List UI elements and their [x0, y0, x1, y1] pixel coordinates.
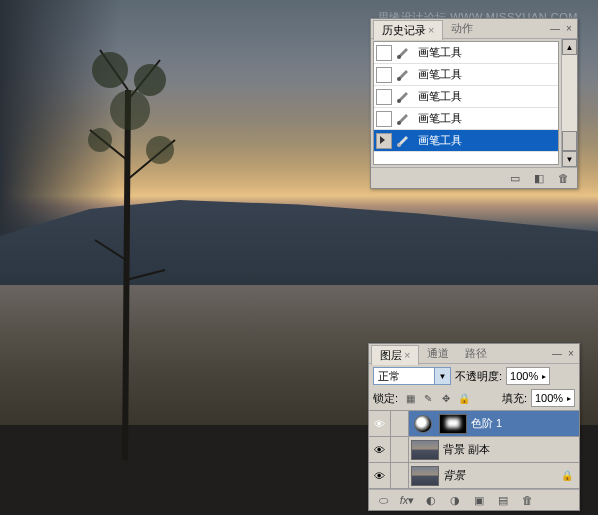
svg-point-12: [397, 55, 401, 59]
fill-value: 100%: [535, 392, 563, 404]
tab-channels[interactable]: 通道: [419, 344, 457, 363]
snapshot-checkbox[interactable]: [376, 89, 392, 105]
close-icon[interactable]: ×: [565, 348, 577, 360]
layer-thumbnail: [411, 440, 439, 460]
layers-list: 👁 色阶 1 👁 背景 副本 👁 背景 🔒: [369, 410, 579, 489]
lock-all-icon[interactable]: 🔒: [456, 390, 472, 406]
snapshot-checkbox[interactable]: [376, 111, 392, 127]
blend-mode-value: 正常: [378, 369, 400, 384]
snapshot-checkbox[interactable]: [376, 67, 392, 83]
link-cell[interactable]: [391, 411, 409, 436]
svg-point-14: [397, 99, 401, 103]
history-item-label: 画笔工具: [418, 45, 462, 60]
history-item-label: 画笔工具: [418, 111, 462, 126]
blend-mode-select[interactable]: 正常 ▼: [373, 367, 451, 385]
link-cell[interactable]: [391, 463, 409, 488]
lock-pixels-icon[interactable]: ✎: [420, 390, 436, 406]
trash-icon[interactable]: 🗑: [517, 493, 537, 507]
layers-tabs: 图层× 通道 路径 — ×: [369, 344, 579, 364]
scroll-thumb[interactable]: [562, 131, 577, 151]
svg-point-13: [397, 77, 401, 81]
chevron-down-icon: ▼: [434, 368, 450, 384]
brush-icon: [394, 111, 414, 127]
history-item-label: 画笔工具: [418, 133, 462, 148]
layer-thumbnail: [411, 466, 439, 486]
history-tabs: 历史记录× 动作 — ×: [371, 19, 577, 39]
new-layer-icon[interactable]: ▤: [493, 493, 513, 507]
opacity-label: 不透明度:: [455, 369, 502, 384]
layers-footer: ⬭ fx▾ ◐ ◑ ▣ ▤ 🗑: [369, 489, 579, 510]
lock-label: 锁定:: [373, 391, 398, 406]
chevron-right-icon: ▸: [567, 394, 571, 403]
minimize-icon[interactable]: —: [549, 23, 561, 35]
layer-name: 色阶 1: [471, 416, 502, 431]
minimize-icon[interactable]: —: [551, 348, 563, 360]
new-group-icon[interactable]: ▣: [469, 493, 489, 507]
adjustment-layer-icon[interactable]: ◑: [445, 493, 465, 507]
new-snapshot-icon[interactable]: ◧: [531, 171, 547, 185]
tab-paths[interactable]: 路径: [457, 344, 495, 363]
chevron-right-icon: ▸: [542, 372, 546, 381]
tab-layers[interactable]: 图层×: [371, 345, 419, 365]
history-item-label: 画笔工具: [418, 89, 462, 104]
layer-row[interactable]: 👁 背景 副本: [369, 437, 579, 463]
new-document-icon[interactable]: ▭: [507, 171, 523, 185]
fill-input[interactable]: 100% ▸: [531, 389, 575, 407]
history-item[interactable]: 画笔工具: [374, 108, 558, 130]
layer-mask-icon[interactable]: ◐: [421, 493, 441, 507]
eye-icon: 👁: [374, 418, 385, 430]
lock-transparency-icon[interactable]: ▦: [402, 390, 418, 406]
tab-history[interactable]: 历史记录×: [373, 20, 443, 40]
visibility-toggle[interactable]: 👁: [369, 411, 391, 436]
snapshot-checkbox[interactable]: [376, 45, 392, 61]
layer-name: 背景: [443, 468, 465, 483]
history-item-label: 画笔工具: [418, 67, 462, 82]
svg-point-16: [397, 143, 401, 147]
layer-row[interactable]: 👁 色阶 1: [369, 411, 579, 437]
lock-icon: 🔒: [561, 470, 573, 481]
visibility-toggle[interactable]: 👁: [369, 437, 391, 462]
history-panel: 历史记录× 动作 — × 画笔工具 画笔工具 画笔工具: [370, 18, 578, 189]
layers-panel: 图层× 通道 路径 — × 正常 ▼ 不透明度: 100% ▸ 锁定: ▦ ✎ …: [368, 343, 580, 511]
adjustment-thumbnail: [414, 415, 432, 433]
history-list: 画笔工具 画笔工具 画笔工具 画笔工具 画笔工具: [373, 41, 559, 165]
link-layers-icon[interactable]: ⬭: [373, 493, 393, 507]
history-item[interactable]: 画笔工具: [374, 86, 558, 108]
eye-icon: 👁: [374, 470, 385, 482]
layer-name: 背景 副本: [443, 442, 490, 457]
svg-point-15: [397, 121, 401, 125]
tab-actions[interactable]: 动作: [443, 19, 481, 38]
trash-icon[interactable]: 🗑: [555, 171, 571, 185]
link-cell[interactable]: [391, 437, 409, 462]
scroll-down-button[interactable]: ▼: [562, 151, 577, 167]
mask-thumbnail[interactable]: [439, 414, 467, 434]
eye-icon: 👁: [374, 444, 385, 456]
scroll-up-button[interactable]: ▲: [562, 39, 577, 55]
close-icon[interactable]: ×: [563, 23, 575, 35]
scrollbar[interactable]: ▲ ▼: [561, 39, 577, 167]
brush-icon: [394, 133, 414, 149]
layer-effects-icon[interactable]: fx▾: [397, 493, 417, 507]
visibility-toggle[interactable]: 👁: [369, 463, 391, 488]
brush-icon: [394, 89, 414, 105]
history-item[interactable]: 画笔工具: [374, 130, 558, 152]
opacity-input[interactable]: 100% ▸: [506, 367, 550, 385]
fill-label: 填充:: [502, 391, 527, 406]
current-state-marker[interactable]: [376, 133, 392, 149]
history-footer: ▭ ◧ 🗑: [371, 167, 577, 188]
layer-row[interactable]: 👁 背景 🔒: [369, 463, 579, 489]
history-item[interactable]: 画笔工具: [374, 42, 558, 64]
opacity-value: 100%: [510, 370, 538, 382]
layer-controls: 正常 ▼ 不透明度: 100% ▸ 锁定: ▦ ✎ ✥ 🔒 填充: 100% ▸: [369, 364, 579, 410]
lock-position-icon[interactable]: ✥: [438, 390, 454, 406]
brush-icon: [394, 45, 414, 61]
brush-icon: [394, 67, 414, 83]
history-item[interactable]: 画笔工具: [374, 64, 558, 86]
